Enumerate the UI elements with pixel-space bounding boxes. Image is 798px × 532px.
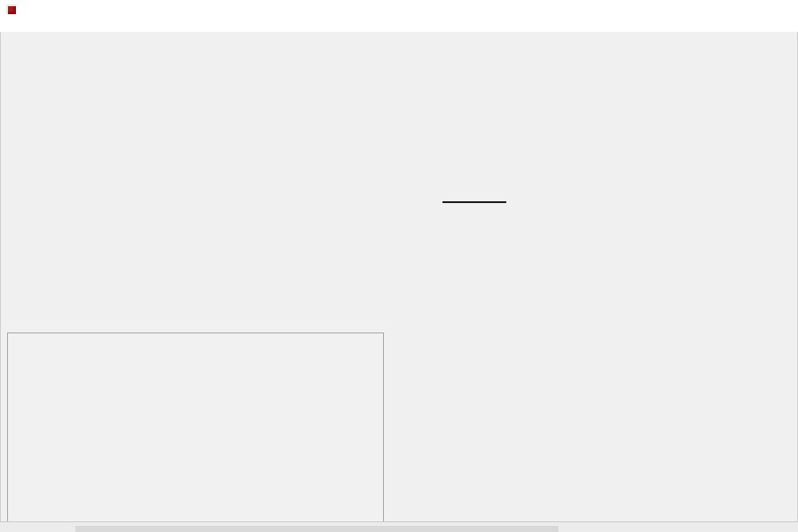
response-plot[interactable] <box>0 0 798 321</box>
filters-tab-page <box>7 332 384 522</box>
rephase-window <box>0 0 798 532</box>
footer-decoration <box>75 526 559 532</box>
windowing-dropdown-list[interactable] <box>442 201 506 203</box>
